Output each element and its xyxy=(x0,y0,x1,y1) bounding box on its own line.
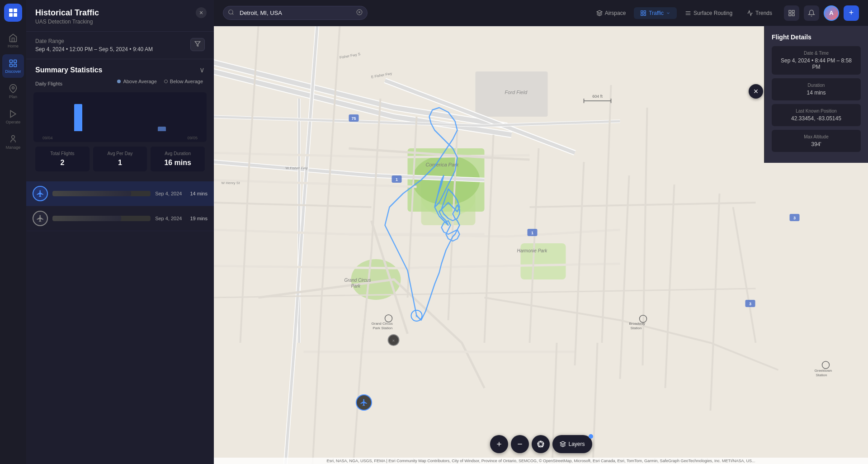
filter-button[interactable] xyxy=(190,38,205,51)
flight-item-1[interactable]: Sep 4, 2024 14 mins xyxy=(26,181,214,206)
flight-details-close-button[interactable]: × xyxy=(749,84,763,99)
chart-bar-1 xyxy=(74,104,82,131)
zoom-out-button[interactable] xyxy=(510,435,528,453)
svg-text:Grand Circus: Grand Circus xyxy=(344,278,371,283)
map-area[interactable]: 75 1 1 3 3 Ford Field Comerica Park Gran… xyxy=(214,26,868,464)
sidebar-item-operate[interactable]: Operate xyxy=(2,105,24,128)
side-panel: Historical Traffic UAS Detection Trackin… xyxy=(26,0,214,464)
flight-path-center-marker[interactable] xyxy=(356,394,372,411)
svg-rect-13 xyxy=(641,10,643,12)
top-nav-buttons: Airspace Traffic Surface Routing xyxy=(590,7,778,19)
chart-label-left: 09/04 xyxy=(42,136,53,140)
svg-rect-0 xyxy=(9,9,13,12)
sidebar-item-manage[interactable]: Manage xyxy=(2,130,24,154)
chart-container: Daily Flights Above Average Below Averag… xyxy=(26,79,214,147)
sidebar-item-home[interactable]: Home xyxy=(2,29,24,52)
layers-button[interactable]: Layers xyxy=(552,435,592,453)
chart-bar-2 xyxy=(158,127,166,131)
svg-rect-16 xyxy=(641,14,643,15)
stat-total-flights: Total Flights 2 xyxy=(35,147,90,171)
chevron-down-icon: ∨ xyxy=(199,66,205,74)
sidebar-item-home-label: Home xyxy=(8,44,19,48)
stat-avg-per-day-value: 1 xyxy=(99,159,142,167)
svg-rect-20 xyxy=(789,14,791,16)
sidebar-item-plan[interactable]: Plan xyxy=(2,80,24,103)
chart-legend: Above Average Below Average xyxy=(115,79,205,84)
svg-point-11 xyxy=(229,9,233,14)
chart-label-right: 09/05 xyxy=(187,136,198,140)
svg-text:×: × xyxy=(415,314,418,319)
compass-button[interactable] xyxy=(531,435,549,453)
flight-id-1 xyxy=(52,191,151,196)
svg-rect-14 xyxy=(644,10,646,12)
svg-text:1: 1 xyxy=(396,177,398,182)
svg-text:604 ft: 604 ft xyxy=(592,94,603,99)
svg-rect-7 xyxy=(14,64,17,66)
sidebar-item-manage-label: Manage xyxy=(6,145,21,150)
svg-text:75: 75 xyxy=(351,116,356,121)
stat-avg-duration-value: 16 mins xyxy=(156,159,199,167)
stat-total-flights-label: Total Flights xyxy=(41,151,84,156)
sidebar-item-plan-label: Plan xyxy=(9,95,17,99)
svg-text:Park: Park xyxy=(351,284,361,289)
flight-details-last-known: Last Known Position 42.33454, -83.05145 xyxy=(772,104,861,126)
flight-details-datetime: Date & Time Sep 4, 2024 • 8:44 PM – 8:58… xyxy=(772,46,861,75)
flight-item-2[interactable]: Sep 4, 2024 19 mins xyxy=(26,206,214,231)
fd-last-known-label: Last Known Position xyxy=(777,109,855,114)
svg-rect-3 xyxy=(14,13,17,17)
search-clear-icon[interactable] xyxy=(356,9,363,17)
svg-text:3: 3 xyxy=(749,302,751,306)
flight-details-max-altitude: Max Altitude 394' xyxy=(772,130,861,152)
fd-max-altitude-label: Max Altitude xyxy=(777,134,855,139)
date-range-section: Date Range Sep 4, 2024 • 12:00 PM – Sep … xyxy=(26,32,214,59)
svg-text:Grand Circus: Grand Circus xyxy=(372,322,393,326)
svg-rect-4 xyxy=(10,60,13,62)
svg-rect-17 xyxy=(789,10,791,13)
search-input[interactable] xyxy=(223,6,368,20)
stat-total-flights-value: 2 xyxy=(41,159,84,167)
legend-below-avg: Below Average xyxy=(164,79,203,84)
notification-button[interactable] xyxy=(804,5,819,21)
date-range-value: Sep 4, 2024 • 12:00 PM – Sep 5, 2024 • 9… xyxy=(35,46,153,52)
grid-icon-button[interactable] xyxy=(784,5,799,21)
app-logo[interactable] xyxy=(4,4,22,22)
avatar[interactable]: A xyxy=(824,5,839,21)
panel-title: Historical Traffic xyxy=(35,8,205,18)
svg-rect-5 xyxy=(14,60,17,62)
svg-text:1: 1 xyxy=(531,231,533,235)
svg-rect-15 xyxy=(644,14,646,15)
map-attribution-text: Esri, NASA, NGA, USGS, FEMA | Esri Commu… xyxy=(326,459,755,463)
zoom-in-button[interactable] xyxy=(490,435,508,453)
svg-text:Park Station: Park Station xyxy=(373,326,393,330)
stat-avg-duration: Avg Duration 16 mins xyxy=(151,147,205,171)
svg-point-8 xyxy=(12,86,14,89)
fd-datetime-value: Sep 4, 2024 • 8:44 PM – 8:58 PM xyxy=(777,57,855,70)
svg-text:W Fisher Fwy: W Fisher Fwy xyxy=(286,166,308,170)
add-button[interactable]: + xyxy=(844,5,859,21)
flight-details-panel: Flight Details Date & Time Sep 4, 2024 •… xyxy=(764,26,868,163)
flight-date-1: Sep 4, 2024 xyxy=(155,191,182,196)
fd-duration-label: Duration xyxy=(777,83,855,88)
traffic-button[interactable]: Traffic xyxy=(634,7,677,19)
panel-close-button[interactable]: × xyxy=(196,7,207,18)
svg-marker-10 xyxy=(195,42,200,47)
airspace-button[interactable]: Airspace xyxy=(590,7,632,19)
svg-text:Station: Station xyxy=(816,373,827,377)
flight-details-duration: Duration 14 mins xyxy=(772,78,861,100)
surface-routing-button[interactable]: Surface Routing xyxy=(679,7,739,19)
legend-above-avg: Above Average xyxy=(117,79,156,84)
legend-below-avg-label: Below Average xyxy=(170,79,203,84)
left-nav: Home Discover Plan Operate Manage xyxy=(0,0,26,464)
svg-rect-2 xyxy=(9,13,13,17)
stat-avg-per-day-label: Avg Per Day xyxy=(99,151,142,156)
summary-header[interactable]: Summary Statistics ∨ xyxy=(26,59,214,79)
sidebar-item-discover-label: Discover xyxy=(5,69,21,74)
stats-row: Total Flights 2 Avg Per Day 1 Avg Durati… xyxy=(26,147,214,177)
sidebar-item-discover[interactable]: Discover xyxy=(2,54,24,78)
summary-title: Summary Statistics xyxy=(35,66,103,74)
stat-avg-per-day: Avg Per Day 1 xyxy=(93,147,147,171)
sidebar-item-operate-label: Operate xyxy=(6,120,21,124)
panel-subtitle: UAS Detection Tracking xyxy=(35,19,205,25)
trends-button[interactable]: Trends xyxy=(741,7,778,19)
top-bar-icons: A + xyxy=(784,5,859,21)
